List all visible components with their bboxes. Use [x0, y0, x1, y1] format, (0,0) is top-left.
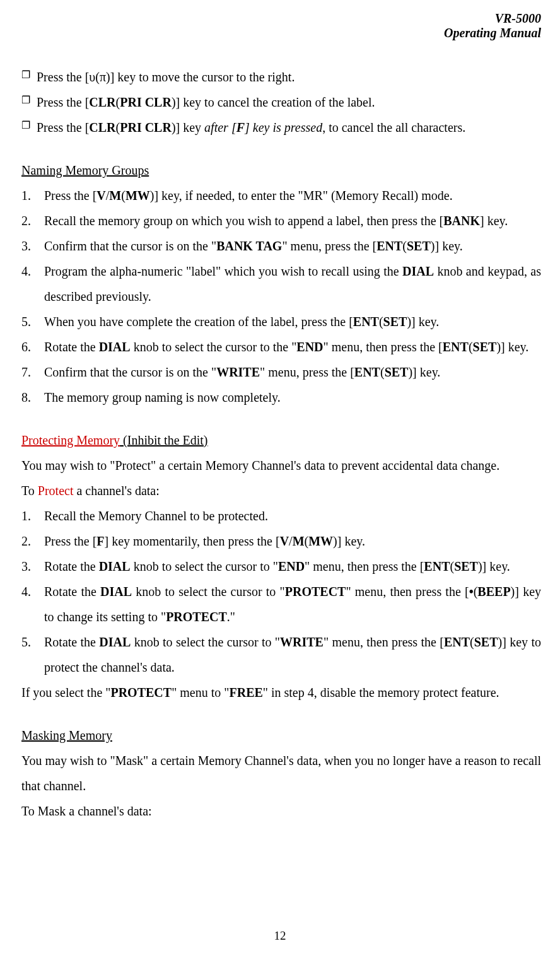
bullet-item: Press the [υ(π)] key to move the cursor … [21, 64, 541, 90]
list-item: Recall the memory group on which you wis… [21, 208, 541, 233]
list-item: Confirm that the cursor is on the "WRITE… [21, 359, 541, 385]
mask-paragraph-1: You may wish to "Mask" a certain Memory … [21, 748, 541, 798]
page-content: Press the [υ(π)] key to move the cursor … [21, 64, 541, 824]
list-item: Press the [F] key momentarily, then pres… [21, 528, 541, 554]
list-item: Recall the Memory Channel to be protecte… [21, 503, 541, 528]
protect-intro: You may wish to "Protect" a certain Memo… [21, 453, 541, 478]
section-heading-protect: Protecting Memory (Inhibit the Edit) [21, 428, 541, 453]
page-number: 12 [0, 929, 560, 943]
section-heading-naming: Naming Memory Groups [21, 158, 541, 183]
bullet-list: Press the [υ(π)] key to move the cursor … [21, 64, 541, 140]
list-item: The memory group naming is now completel… [21, 385, 541, 410]
header-title: Operating Manual [21, 26, 541, 40]
protect-to-line: To Protect a channel's data: [21, 478, 541, 503]
page-header: VR-5000 Operating Manual [21, 11, 541, 40]
section-heading-mask: Masking Memory [21, 723, 541, 748]
list-item: Rotate the DIAL knob to select the curso… [21, 554, 541, 579]
list-item: Rotate the DIAL knob to select the curso… [21, 334, 541, 359]
list-item: Rotate the DIAL knob to select the curso… [21, 579, 541, 629]
list-item: Program the alpha-numeric "label" which … [21, 259, 541, 309]
list-item: When you have complete the creation of t… [21, 309, 541, 334]
protect-after: If you select the "PROTECT" menu to "FRE… [21, 680, 541, 705]
header-model: VR-5000 [21, 11, 541, 26]
mask-paragraph-2: To Mask a channel's data: [21, 798, 541, 824]
list-item: Rotate the DIAL knob to select the curso… [21, 629, 541, 680]
bullet-item: Press the [CLR(PRI CLR)] key after [F] k… [21, 115, 541, 140]
list-item: Press the [V/M(MW)] key, if needed, to e… [21, 183, 541, 208]
bullet-item: Press the [CLR(PRI CLR)] key to cancel t… [21, 90, 541, 115]
naming-list: Press the [V/M(MW)] key, if needed, to e… [21, 183, 541, 410]
protect-list: Recall the Memory Channel to be protecte… [21, 503, 541, 680]
list-item: Confirm that the cursor is on the "BANK … [21, 233, 541, 259]
manual-page: VR-5000 Operating Manual Press the [υ(π)… [0, 0, 560, 963]
